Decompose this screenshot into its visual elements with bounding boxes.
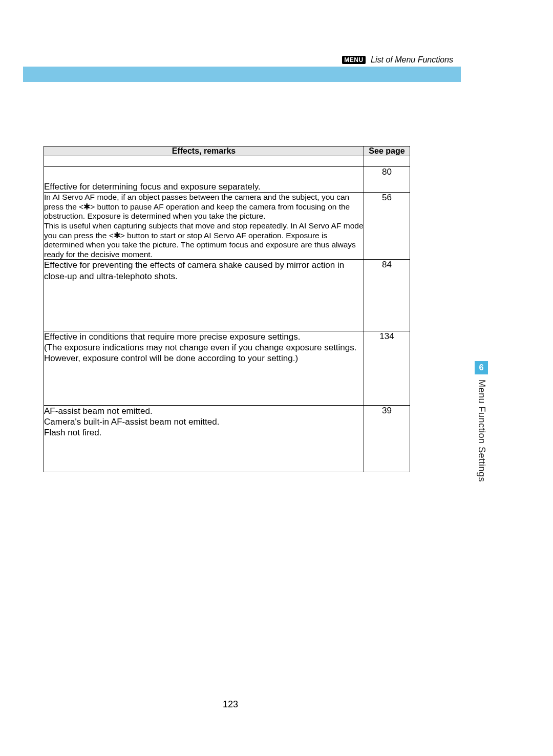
ae-lock-star-icon: ✱ <box>114 231 120 240</box>
see-page-cell: 84 <box>364 260 410 331</box>
effects-cell: Effective for determining focus and expo… <box>44 167 364 193</box>
effects-cell: Effective for preventing the effects of … <box>44 260 364 331</box>
table-row: Effective in conditions that require mor… <box>44 331 410 405</box>
chapter-label: Menu Function Settings <box>476 380 487 482</box>
table-gap-row <box>44 156 410 167</box>
table-row: Effective for determining focus and expo… <box>44 167 410 193</box>
table-row: Effective for preventing the effects of … <box>44 260 410 331</box>
chapter-number-badge: 6 <box>475 361 488 374</box>
page-number: 123 <box>0 699 461 710</box>
header-title-text: List of Menu Functions <box>371 55 453 64</box>
effects-cell: AF-assist beam not emitted.Camera's buil… <box>44 405 364 472</box>
header-band <box>23 67 461 82</box>
table-row: In AI Servo AF mode, if an object passes… <box>44 193 410 260</box>
side-tab: 6 Menu Function Settings <box>474 361 489 482</box>
see-page-cell: 39 <box>364 405 410 472</box>
col-header-seepage: See page <box>364 146 410 156</box>
effects-cell: In AI Servo AF mode, if an object passes… <box>44 193 364 260</box>
see-page-cell: 56 <box>364 193 410 260</box>
see-page-cell: 80 <box>364 167 410 193</box>
col-header-effects: Effects, remarks <box>44 146 364 156</box>
menu-functions-table: Effects, remarks See page Effective for … <box>44 146 410 472</box>
menu-badge: MENU <box>342 56 365 64</box>
ae-lock-star-icon: ✱ <box>83 202 90 211</box>
table-header-row: Effects, remarks See page <box>44 146 410 156</box>
table-row: AF-assist beam not emitted.Camera's buil… <box>44 405 410 472</box>
see-page-cell: 134 <box>364 331 410 405</box>
effects-cell: Effective in conditions that require mor… <box>44 331 364 405</box>
page-header: MENU List of Menu Functions <box>342 55 453 65</box>
menu-functions-table-wrap: Effects, remarks See page Effective for … <box>44 146 410 472</box>
